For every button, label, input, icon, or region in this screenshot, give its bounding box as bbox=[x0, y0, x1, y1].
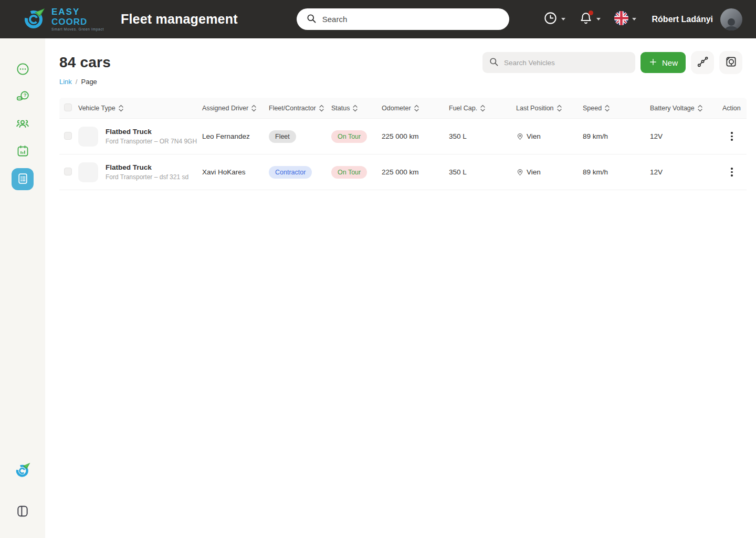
page-title: 84 cars bbox=[59, 54, 111, 71]
map-view-button[interactable] bbox=[719, 51, 742, 74]
collapse-sidebar-icon[interactable] bbox=[16, 504, 29, 520]
sort-icon bbox=[480, 105, 485, 112]
sort-icon bbox=[414, 105, 419, 112]
route-analytics-button[interactable] bbox=[691, 51, 714, 74]
sort-icon bbox=[698, 105, 702, 112]
clock-icon bbox=[543, 11, 558, 27]
table-row: Flatbed Truck Ford Transporter – OR 7N4 … bbox=[59, 119, 747, 154]
battery-voltage-cell: 12V bbox=[650, 132, 722, 140]
notifications-button[interactable] bbox=[579, 12, 601, 27]
route-icon bbox=[697, 56, 709, 69]
sidebar-item-schedule[interactable] bbox=[12, 141, 34, 163]
column-header-fleet-contractor[interactable]: Fleet/Contractor bbox=[269, 105, 331, 112]
table-row: Flatbed Truck Ford Transporter – dsf 321… bbox=[59, 154, 747, 190]
row-checkbox[interactable] bbox=[64, 132, 72, 140]
logo-text-line1: EASY bbox=[51, 7, 104, 16]
vehicle-search-input[interactable] bbox=[504, 59, 629, 67]
chevron-down-icon bbox=[632, 18, 636, 20]
logo-mark-icon bbox=[13, 460, 32, 481]
fleet-contractor-badge: Contractor bbox=[269, 166, 312, 179]
search-icon bbox=[306, 13, 317, 26]
language-selector[interactable] bbox=[614, 11, 636, 27]
odometer-cell: 225 000 km bbox=[382, 132, 449, 140]
global-search[interactable] bbox=[297, 8, 509, 30]
sort-icon bbox=[605, 105, 610, 112]
column-header-last-position[interactable]: Last Position bbox=[516, 105, 583, 112]
driver-cell: Leo Fernandez bbox=[202, 132, 269, 140]
app-logo: EASY COORD Smart Moves. Green Impact bbox=[21, 5, 104, 34]
table-header-row: Vehicle Type Assigned Driver Fleet/Contr… bbox=[59, 98, 747, 119]
user-name[interactable]: Róbert Ladányi bbox=[652, 15, 713, 24]
column-header-assigned-driver[interactable]: Assigned Driver bbox=[202, 105, 269, 112]
column-header-action: Action bbox=[722, 105, 747, 112]
app-title: Fleet management bbox=[121, 12, 238, 27]
odometer-cell: 225 000 km bbox=[382, 168, 449, 176]
status-badge: On Tour bbox=[331, 130, 367, 143]
chevron-down-icon bbox=[561, 18, 565, 20]
row-actions-menu-icon[interactable] bbox=[726, 165, 738, 179]
chat-question-icon: ? bbox=[16, 89, 30, 106]
new-vehicle-button[interactable]: New bbox=[640, 52, 686, 73]
breadcrumb-link[interactable]: Link bbox=[59, 78, 72, 86]
last-position-cell: Vien bbox=[516, 168, 583, 176]
vehicles-table: Vehicle Type Assigned Driver Fleet/Contr… bbox=[59, 98, 747, 190]
sidebar: ? bbox=[0, 38, 45, 538]
avatar[interactable] bbox=[720, 8, 742, 30]
row-actions-menu-icon[interactable] bbox=[726, 130, 738, 143]
select-all-checkbox[interactable] bbox=[64, 104, 72, 111]
search-icon bbox=[489, 57, 499, 69]
sidebar-item-fleet[interactable] bbox=[12, 168, 34, 190]
fleet-contractor-badge: Fleet bbox=[269, 130, 296, 143]
column-header-vehicle-type[interactable]: Vehicle Type bbox=[78, 105, 202, 112]
vehicle-subtitle: Ford Transporter – OR 7N4 9GH bbox=[106, 138, 197, 145]
vehicle-cell: Flatbed Truck Ford Transporter – dsf 321… bbox=[78, 162, 202, 182]
bell-icon bbox=[579, 12, 593, 27]
breadcrumb-separator: / bbox=[76, 78, 78, 86]
logo-mark-icon bbox=[21, 5, 47, 34]
vehicle-name: Flatbed Truck bbox=[106, 163, 188, 171]
column-header-fuel-cap[interactable]: Fuel Cap. bbox=[449, 105, 516, 112]
sort-icon bbox=[319, 105, 324, 112]
uk-flag-icon bbox=[614, 11, 628, 27]
vehicle-thumbnail bbox=[78, 127, 98, 147]
vehicle-thumbnail bbox=[78, 162, 98, 182]
breadcrumb-current: Page bbox=[81, 78, 97, 86]
row-checkbox[interactable] bbox=[64, 168, 72, 175]
breadcrumb: Link / Page bbox=[59, 78, 111, 86]
status-badge: On Tour bbox=[331, 166, 367, 179]
driver-cell: Xavi HoKares bbox=[202, 168, 269, 176]
main-content: 84 cars Link / Page bbox=[45, 38, 756, 190]
battery-voltage-cell: 12V bbox=[650, 168, 722, 176]
calendar-chart-icon bbox=[16, 144, 30, 160]
vehicle-search[interactable] bbox=[482, 52, 635, 73]
vehicle-subtitle: Ford Transporter – dsf 321 sd bbox=[106, 173, 188, 181]
new-button-label: New bbox=[662, 58, 678, 67]
vehicle-cell: Flatbed Truck Ford Transporter – OR 7N4 … bbox=[78, 127, 202, 147]
plus-icon bbox=[648, 57, 658, 68]
fuel-cap-cell: 350 L bbox=[449, 132, 516, 140]
history-menu-button[interactable] bbox=[543, 11, 565, 27]
fuel-cap-cell: 350 L bbox=[449, 168, 516, 176]
map-view-icon bbox=[725, 56, 737, 69]
sidebar-item-more[interactable] bbox=[12, 59, 34, 81]
sort-icon bbox=[353, 105, 358, 112]
topbar: EASY COORD Smart Moves. Green Impact Fle… bbox=[0, 0, 756, 38]
sort-icon bbox=[251, 105, 256, 112]
column-header-status[interactable]: Status bbox=[331, 105, 382, 112]
users-icon bbox=[15, 116, 30, 133]
last-position-cell: Vien bbox=[516, 132, 583, 140]
sidebar-item-team[interactable] bbox=[12, 113, 34, 136]
sidebar-item-support[interactable]: ? bbox=[12, 86, 34, 108]
column-header-odometer[interactable]: Odometer bbox=[382, 105, 449, 112]
logo-tagline: Smart Moves. Green Impact bbox=[51, 28, 104, 32]
column-header-battery-voltage[interactable]: Battery Voltage bbox=[650, 105, 722, 112]
sort-icon bbox=[119, 105, 123, 112]
speed-cell: 89 km/h bbox=[583, 132, 650, 140]
column-header-speed[interactable]: Speed bbox=[583, 105, 650, 112]
ellipsis-circle-icon bbox=[16, 62, 30, 78]
location-pin-icon bbox=[516, 132, 524, 140]
logo-text-line2: COORD bbox=[51, 17, 104, 26]
global-search-input[interactable] bbox=[322, 15, 506, 24]
document-list-icon bbox=[16, 172, 29, 187]
sort-icon bbox=[557, 105, 562, 112]
